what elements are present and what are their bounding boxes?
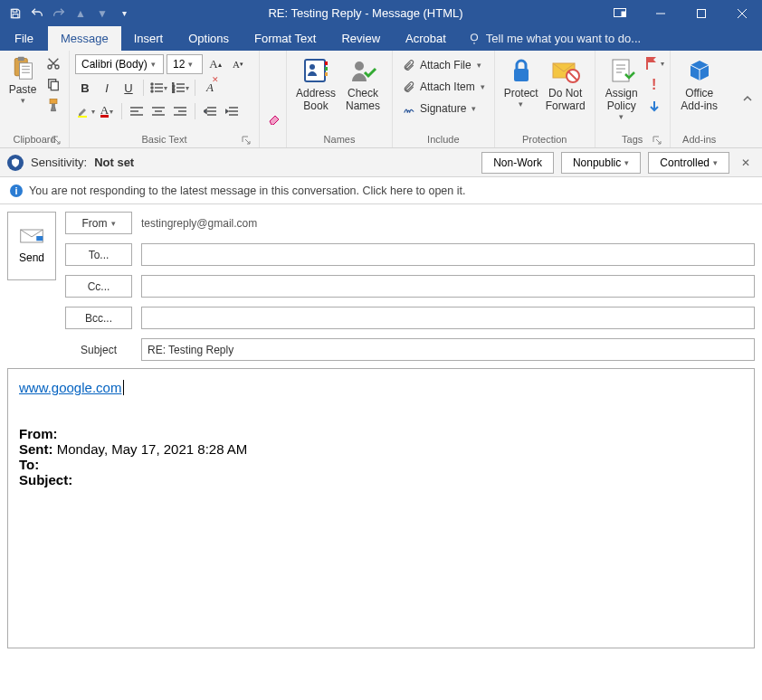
tab-acrobat[interactable]: Acrobat	[393, 26, 459, 51]
basic-text-dialog-launcher[interactable]	[241, 135, 252, 146]
bullets-button[interactable]: ▾	[148, 78, 168, 98]
tags-dialog-launcher[interactable]	[652, 135, 662, 146]
group-label-tags: Tags	[601, 134, 664, 147]
ribbon-display-options-icon[interactable]	[599, 0, 640, 26]
message-body[interactable]: www.google.com From: Sent: Monday, May 1…	[7, 368, 755, 648]
from-button[interactable]: From▾	[65, 212, 132, 234]
quoted-subject-label: Subject:	[19, 472, 72, 487]
tab-format-text[interactable]: Format Text	[242, 26, 329, 51]
shrink-font-icon[interactable]: A▾	[228, 54, 248, 74]
attach-item-button[interactable]: Attach Item ▾	[398, 76, 489, 98]
italic-button[interactable]: I	[97, 78, 117, 98]
check-names-button[interactable]: Check Names	[339, 54, 386, 112]
attach-file-button[interactable]: Attach File ▾	[398, 54, 485, 76]
svg-rect-21	[50, 99, 57, 103]
sensitivity-nonpublic-button[interactable]: Nonpublic▾	[561, 152, 641, 174]
sensitivity-close-icon[interactable]: ✕	[737, 154, 755, 172]
svg-rect-20	[51, 81, 58, 90]
increase-indent-button[interactable]	[222, 101, 242, 121]
follow-up-flag-icon[interactable]: ▾	[644, 54, 664, 72]
next-item-icon: ▼	[94, 5, 110, 22]
subject-label: Subject	[65, 338, 132, 361]
to-button[interactable]: To...	[65, 243, 132, 266]
office-addins-button[interactable]: Office Add-ins	[676, 54, 723, 112]
svg-rect-60	[613, 60, 629, 81]
high-importance-icon[interactable]: !	[644, 76, 664, 94]
font-color-button[interactable]: A▾	[97, 101, 117, 121]
format-painter-icon[interactable]	[43, 96, 63, 114]
from-address: testingreply@gmail.com	[141, 217, 257, 230]
signature-button[interactable]: Signature ▾	[398, 98, 480, 119]
group-names: Address Book Check Names Names	[287, 51, 393, 147]
svg-rect-64	[36, 236, 43, 241]
align-right-button[interactable]	[170, 101, 190, 121]
body-link[interactable]: www.google.com	[19, 380, 121, 395]
decrease-indent-button[interactable]	[200, 101, 220, 121]
do-not-forward-button[interactable]: Do Not Forward	[542, 54, 589, 112]
group-include: Attach File ▾ Attach Item ▾ Signature ▾ …	[393, 51, 495, 147]
svg-rect-50	[305, 60, 325, 81]
cc-button[interactable]: Cc...	[65, 275, 132, 298]
sensitivity-nonwork-button[interactable]: Non-Work	[481, 152, 554, 174]
collapse-ribbon-button[interactable]	[733, 51, 762, 147]
undo-icon[interactable]	[29, 5, 45, 22]
group-label-names: Names	[292, 134, 386, 147]
clipboard-dialog-launcher[interactable]	[51, 135, 62, 146]
customize-qat-icon[interactable]: ▾	[116, 5, 132, 22]
group-label-addins: Add-ins	[676, 134, 723, 147]
cut-icon[interactable]	[43, 54, 63, 72]
svg-rect-11	[20, 63, 33, 80]
svg-rect-10	[18, 57, 24, 61]
bcc-button[interactable]: Bcc...	[65, 307, 132, 329]
assign-policy-button[interactable]: Assign Policy ▾	[601, 54, 643, 121]
sensitivity-value: Not set	[94, 156, 134, 169]
tab-insert[interactable]: Insert	[121, 26, 176, 51]
tell-me-search[interactable]: Tell me what you want to do...	[459, 26, 650, 51]
tab-file[interactable]: File	[0, 26, 48, 51]
protect-button[interactable]: Protect ▾	[500, 54, 542, 109]
window-controls	[599, 0, 762, 26]
window-title: RE: Testing Reply - Message (HTML)	[132, 6, 599, 20]
copy-icon[interactable]	[43, 75, 63, 93]
save-icon[interactable]	[7, 5, 24, 22]
align-center-button[interactable]	[148, 101, 168, 121]
font-size-combo[interactable]: 12 ▾	[167, 54, 203, 74]
highlight-button[interactable]: ▾	[75, 101, 95, 121]
tab-message[interactable]: Message	[48, 26, 121, 51]
group-format-extra	[260, 51, 287, 147]
info-bar-text: You are not responding to the latest mes…	[29, 184, 465, 197]
underline-button[interactable]: U	[119, 78, 138, 98]
font-name-combo[interactable]: Calibri (Body) ▾	[75, 54, 164, 74]
sensitivity-controlled-button[interactable]: Controlled▾	[648, 152, 729, 174]
cc-input[interactable]	[141, 275, 755, 298]
format-eraser-icon[interactable]	[265, 109, 285, 128]
bcc-input[interactable]	[141, 307, 755, 329]
clear-formatting-icon[interactable]: A✕	[200, 78, 220, 98]
align-left-button[interactable]	[127, 101, 147, 121]
tab-review[interactable]: Review	[329, 26, 393, 51]
svg-rect-0	[13, 9, 17, 12]
address-book-button[interactable]: Address Book	[292, 54, 339, 112]
svg-point-8	[471, 33, 477, 40]
tab-options[interactable]: Options	[176, 26, 242, 51]
to-input[interactable]	[141, 243, 755, 266]
group-label-protection: Protection	[500, 134, 589, 147]
minimize-button[interactable]	[640, 0, 681, 26]
svg-text:3: 3	[172, 89, 175, 93]
svg-rect-5	[697, 9, 705, 17]
redo-icon	[51, 5, 67, 22]
sensitivity-label: Sensitivity:	[31, 156, 87, 169]
bold-button[interactable]: B	[75, 78, 95, 98]
grow-font-icon[interactable]: A▴	[205, 54, 225, 74]
low-importance-icon[interactable]	[644, 98, 664, 116]
svg-point-22	[151, 83, 153, 85]
paste-button[interactable]: Paste ▾	[5, 54, 40, 105]
subject-input[interactable]	[141, 338, 755, 361]
numbering-button[interactable]: 123▾	[170, 78, 190, 98]
group-addins: Office Add-ins Add-ins	[671, 51, 729, 147]
maximize-button[interactable]	[681, 0, 721, 26]
close-button[interactable]	[721, 0, 762, 26]
title-bar: ▲ ▼ ▾ RE: Testing Reply - Message (HTML)	[0, 0, 762, 26]
send-button[interactable]: Send	[7, 212, 56, 280]
info-bar[interactable]: i You are not responding to the latest m…	[0, 177, 762, 204]
